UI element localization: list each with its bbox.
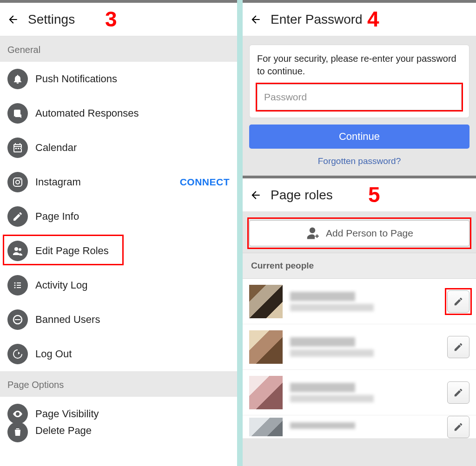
- forgotten-password-link[interactable]: Forgotten password?: [243, 156, 476, 166]
- menu-label: Log Out: [35, 348, 230, 360]
- menu-label: Page Info: [35, 210, 230, 223]
- password-header: Enter Password 4: [243, 3, 476, 36]
- logout-icon: [7, 344, 28, 364]
- settings-pane: Settings 3 General Push Notifications Au…: [0, 0, 237, 466]
- svg-rect-10: [17, 287, 21, 288]
- list-icon: [7, 275, 28, 295]
- svg-point-6: [14, 285, 16, 286]
- menu-log-out[interactable]: Log Out: [0, 337, 237, 371]
- people-icon: [7, 241, 28, 261]
- menu-push-notifications[interactable]: Push Notifications: [0, 62, 237, 96]
- back-icon[interactable]: [249, 189, 262, 202]
- chat-icon: [7, 103, 28, 124]
- svg-point-3: [14, 247, 18, 251]
- svg-point-1: [16, 180, 20, 184]
- section-page-options: Page Options: [0, 371, 237, 397]
- calendar-icon: [7, 138, 28, 158]
- pane-divider: [237, 0, 243, 466]
- menu-label: Banned Users: [35, 314, 230, 326]
- person-row: [243, 370, 476, 415]
- menu-banned-users[interactable]: Banned Users: [0, 302, 237, 337]
- banned-icon: [7, 309, 28, 330]
- menu-label: Edit Page Roles: [35, 245, 230, 257]
- step-number-4: 4: [367, 7, 379, 32]
- bell-icon: [7, 69, 28, 89]
- edit-person-button[interactable]: [447, 381, 469, 404]
- menu-activity-log[interactable]: Activity Log: [0, 268, 237, 302]
- person-row: [243, 415, 476, 439]
- edit-person-button[interactable]: [447, 416, 469, 438]
- menu-page-info[interactable]: Page Info: [0, 199, 237, 234]
- section-general: General: [0, 36, 237, 62]
- trash-icon: [7, 422, 28, 442]
- settings-title: Settings: [28, 12, 75, 27]
- edit-person-button[interactable]: [447, 336, 469, 358]
- svg-rect-9: [17, 285, 21, 286]
- person-name: [290, 337, 447, 357]
- current-people-label: Current people: [243, 253, 476, 279]
- menu-edit-page-roles[interactable]: Edit Page Roles: [0, 234, 237, 268]
- settings-header: Settings 3: [0, 3, 237, 36]
- person-plus-icon: [305, 226, 319, 240]
- menu-label: Push Notifications: [35, 73, 230, 85]
- menu-instagram[interactable]: Instagram CONNECT: [0, 165, 237, 199]
- password-input[interactable]: [257, 84, 462, 110]
- instagram-icon: [7, 172, 28, 192]
- password-title: Enter Password: [271, 12, 363, 27]
- svg-point-13: [17, 413, 19, 415]
- svg-rect-12: [15, 319, 20, 320]
- menu-label: Delete Page: [35, 425, 230, 437]
- person-name: [290, 422, 447, 432]
- add-person-button[interactable]: Add Person to Page: [249, 220, 469, 246]
- step-number-5: 5: [368, 182, 380, 207]
- person-row: [243, 279, 476, 324]
- eye-icon: [7, 404, 28, 424]
- roles-header: Page roles 5: [243, 178, 476, 212]
- svg-point-7: [14, 287, 16, 289]
- menu-label: Automated Responses: [35, 107, 230, 119]
- instagram-connect-link[interactable]: CONNECT: [180, 177, 230, 188]
- avatar: [249, 330, 283, 364]
- continue-button[interactable]: Continue: [249, 125, 469, 149]
- avatar: [249, 285, 283, 318]
- svg-rect-8: [17, 282, 21, 283]
- avatar: [249, 376, 283, 409]
- svg-point-5: [14, 282, 16, 284]
- person-name: [290, 383, 447, 402]
- add-person-label: Add Person to Page: [326, 228, 413, 239]
- menu-label: Page Visibility: [35, 408, 230, 420]
- back-icon[interactable]: [249, 13, 262, 26]
- avatar: [249, 418, 283, 436]
- right-pane: Enter Password 4 For your security, plea…: [243, 0, 476, 466]
- back-icon[interactable]: [7, 13, 20, 26]
- password-card: For your security, please re-enter your …: [249, 45, 469, 118]
- pencil-icon: [7, 206, 28, 227]
- svg-point-4: [19, 248, 21, 251]
- page-options-menu: Page Visibility Delete Page: [0, 397, 237, 445]
- settings-menu: Push Notifications Automated Responses C…: [0, 62, 237, 371]
- people-list: [243, 279, 476, 439]
- menu-label: Activity Log: [35, 279, 230, 291]
- roles-title: Page roles: [271, 188, 333, 203]
- menu-calendar[interactable]: Calendar: [0, 131, 237, 165]
- password-prompt: For your security, please re-enter your …: [257, 53, 462, 78]
- person-row: [243, 324, 476, 370]
- person-name: [290, 292, 447, 311]
- menu-automated-responses[interactable]: Automated Responses: [0, 96, 237, 131]
- edit-person-button[interactable]: [447, 290, 469, 313]
- continue-label: Continue: [339, 131, 380, 143]
- step-number-3: 3: [105, 7, 117, 32]
- menu-label: Instagram: [35, 176, 180, 188]
- menu-label: Calendar: [35, 142, 230, 154]
- svg-point-2: [20, 179, 20, 180]
- menu-delete-page[interactable]: Delete Page: [0, 431, 237, 445]
